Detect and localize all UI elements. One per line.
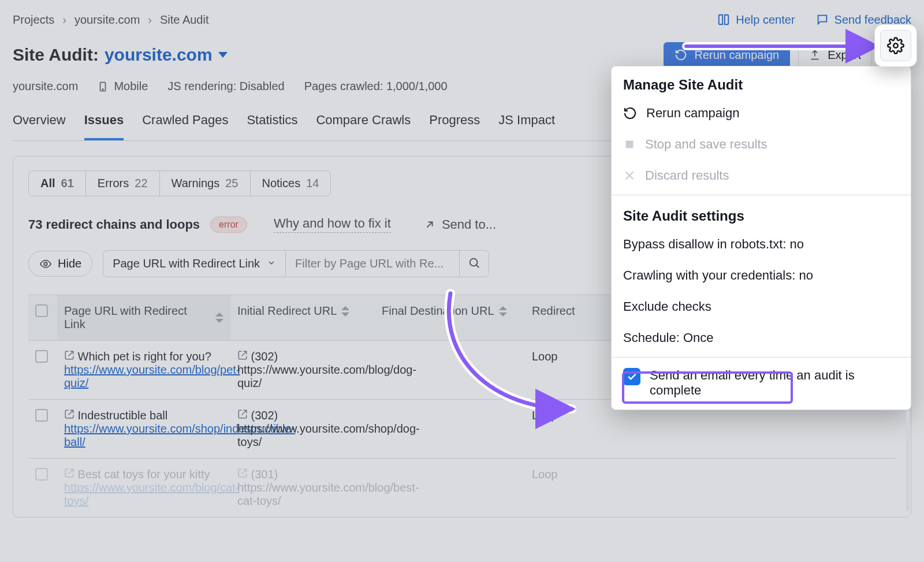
sort-icon: [341, 306, 349, 317]
rerun-icon: [675, 49, 687, 61]
meta-pages: Pages crawled: 1,000/1,000: [304, 80, 448, 93]
help-center-label: Help center: [736, 13, 795, 27]
select-all-checkbox[interactable]: [35, 304, 48, 317]
filter-column-select[interactable]: Page URL with Redirect Link: [103, 251, 286, 276]
svg-point-1: [103, 88, 104, 90]
why-fix-link[interactable]: Why and how to fix it: [274, 216, 391, 233]
popover-rerun[interactable]: Rerun campaign: [612, 98, 911, 129]
gear-icon: [887, 37, 904, 54]
site-name: yoursite.com: [105, 45, 213, 65]
popover-heading: Site Audit settings: [612, 198, 911, 229]
tab-issues[interactable]: Issues: [84, 113, 124, 140]
breadcrumb-item[interactable]: Site Audit: [160, 13, 209, 27]
sort-icon: [215, 312, 223, 323]
site-selector[interactable]: yoursite.com: [105, 45, 228, 65]
help-center-link[interactable]: Help center: [717, 13, 795, 27]
breadcrumb: Projects › yoursite.com › Site Audit: [13, 13, 208, 27]
col-page-url[interactable]: Page URL with Redirect Link: [64, 304, 211, 331]
svg-point-4: [893, 43, 898, 48]
tab-js-impact[interactable]: JS Impact: [498, 113, 555, 140]
setting-email-toggle[interactable]: Send an email every time an audit is com…: [612, 360, 911, 406]
chevron-right-icon: ›: [148, 13, 152, 27]
popover-discard: Discard results: [612, 160, 911, 191]
chevron-down-icon: [218, 52, 228, 58]
scrollbar[interactable]: [906, 411, 910, 511]
rerun-label: Rerun campaign: [694, 49, 779, 62]
rerun-button[interactable]: Rerun campaign: [664, 42, 790, 68]
share-icon: [423, 218, 436, 231]
tab-compare-crawls[interactable]: Compare Crawls: [316, 113, 411, 140]
rerun-icon: [623, 106, 637, 120]
setting-credentials[interactable]: Crawling with your credentials: no: [612, 260, 911, 291]
popover-heading: Manage Site Audit: [612, 66, 911, 98]
external-link-icon: [237, 468, 248, 478]
meta-js: JS rendering: Disabled: [167, 80, 284, 93]
svg-point-3: [470, 259, 478, 266]
setting-bypass[interactable]: Bypass disallow in robots.txt: no: [612, 229, 911, 260]
tab-progress[interactable]: Progress: [429, 113, 480, 140]
breadcrumb-item[interactable]: yoursite.com: [74, 13, 140, 27]
settings-gear-highlight: [880, 30, 911, 61]
svg-point-2: [44, 262, 47, 266]
export-label: Export: [828, 49, 861, 62]
settings-popover: Manage Site Audit Rerun campaign Stop an…: [611, 66, 911, 410]
issue-title: 73 redirect chains and loops: [28, 217, 200, 232]
chip-all[interactable]: All61: [29, 171, 86, 196]
col-initial-redirect[interactable]: Initial Redirect URL: [237, 304, 337, 318]
table-row: Best cat toys for your kitty https://www…: [28, 459, 896, 518]
col-final-destination[interactable]: Final Destination URL: [382, 304, 494, 318]
chip-errors[interactable]: Errors22: [86, 171, 160, 196]
row-url[interactable]: https://www.yoursite.com/blog/cat-toys/: [64, 481, 239, 507]
divider: [612, 195, 911, 195]
breadcrumb-item[interactable]: Projects: [13, 13, 54, 27]
hide-button[interactable]: Hide: [28, 251, 92, 277]
mobile-icon: [98, 80, 108, 93]
external-link-icon: [64, 409, 74, 419]
divider: [612, 357, 911, 358]
checkbox-checked-icon: [623, 368, 640, 385]
col-redirect[interactable]: Redirect: [532, 304, 575, 317]
external-link-icon: [64, 468, 74, 478]
chevron-down-icon: [267, 257, 276, 270]
meta-device: Mobile: [98, 80, 148, 93]
stop-icon: [623, 138, 636, 151]
search-icon: [468, 256, 480, 269]
chip-warnings[interactable]: Warnings25: [160, 171, 251, 196]
page-title: Site Audit:: [13, 45, 99, 65]
export-button[interactable]: Export: [798, 42, 872, 68]
upload-icon: [809, 49, 821, 61]
popover-stop: Stop and save results: [612, 129, 911, 160]
close-icon: [623, 169, 636, 182]
row-checkbox[interactable]: [35, 468, 48, 481]
tab-statistics[interactable]: Statistics: [247, 113, 297, 140]
search-button[interactable]: [459, 251, 489, 277]
error-badge: error: [210, 217, 247, 233]
eye-icon: [39, 258, 52, 270]
meta-domain: yoursite.com: [13, 80, 78, 93]
sort-icon: [499, 306, 507, 317]
book-icon: [717, 13, 730, 26]
chip-notices[interactable]: Notices14: [251, 171, 331, 196]
filter-input[interactable]: [286, 251, 459, 276]
external-link-icon: [237, 350, 248, 360]
chat-icon: [816, 13, 829, 26]
send-to-dropdown[interactable]: Send to...: [423, 217, 496, 232]
setting-exclude-checks[interactable]: Exclude checks: [612, 291, 911, 322]
external-link-icon: [237, 409, 248, 419]
row-url[interactable]: https://www.yoursite.com/blog/pet-quiz/: [64, 363, 240, 389]
external-link-icon: [64, 350, 74, 360]
row-checkbox[interactable]: [35, 350, 48, 363]
chevron-right-icon: ›: [62, 13, 66, 27]
setting-schedule[interactable]: Schedule: Once: [612, 322, 911, 353]
settings-button[interactable]: [880, 30, 911, 61]
svg-rect-5: [626, 141, 634, 148]
tab-overview[interactable]: Overview: [13, 113, 66, 140]
tab-crawled-pages[interactable]: Crawled Pages: [142, 113, 228, 140]
issue-type-filter: All61 Errors22 Warnings25 Notices14: [28, 170, 331, 196]
row-checkbox[interactable]: [35, 409, 48, 422]
